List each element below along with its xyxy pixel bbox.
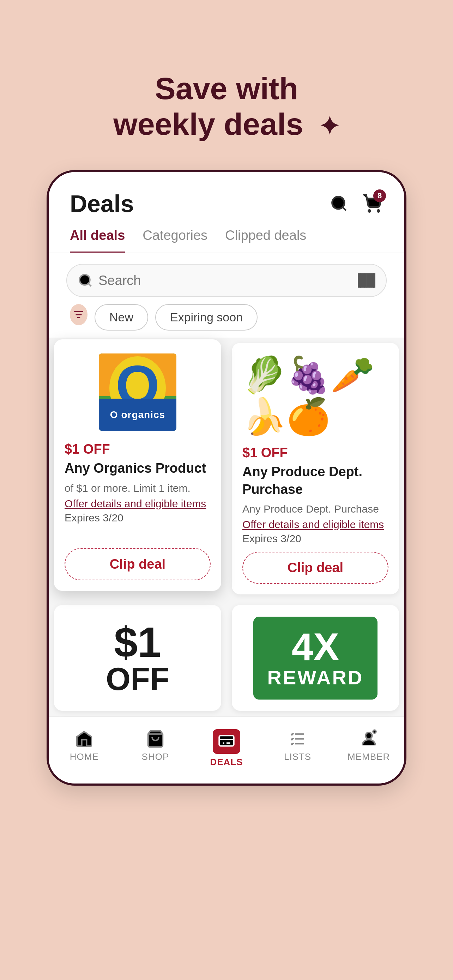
svg-rect-8: [363, 274, 364, 288]
deal-link-produce[interactable]: Offer details and eligible items: [242, 519, 388, 531]
phone-frame: Deals 8 All deals Categori: [46, 170, 407, 786]
deal-discount-produce: $1 OFF: [242, 445, 388, 460]
tab-clipped-deals[interactable]: Clipped deals: [225, 228, 306, 253]
svg-point-2: [368, 210, 370, 212]
nav-lists[interactable]: LISTS: [262, 724, 334, 773]
organics-image: O O organics: [65, 350, 211, 434]
nav-lists-label: LISTS: [284, 751, 311, 762]
home-icon: [75, 729, 94, 749]
cart-badge: 8: [373, 189, 386, 202]
clip-deal-produce-button[interactable]: Clip deal: [242, 552, 388, 584]
deal-desc-produce: Any Produce Dept. Purchase: [242, 502, 388, 517]
lists-icon: [288, 729, 307, 749]
svg-point-3: [377, 210, 379, 212]
deal-card-produce: 🥬🍇🥕🍌🍊 $1 OFF Any Produce Dept. Purchase …: [232, 343, 399, 594]
hero-title-wrap: Save with weekly deals ✦: [113, 35, 340, 142]
deal-expires-organics: Expires 3/20: [65, 512, 211, 524]
clip-deal-organics-button[interactable]: Clip deal: [65, 548, 211, 580]
svg-rect-13: [374, 274, 375, 288]
filter-icon-chip[interactable]: [70, 304, 87, 325]
organics-logo: O O organics: [99, 353, 176, 431]
search-bar[interactable]: [66, 264, 387, 297]
deal-expires-produce: Expires 3/20: [242, 533, 388, 545]
hero-title-line2: weekly deals ✦: [113, 107, 340, 142]
deal-name-produce: Any Produce Dept. Purchase: [242, 463, 388, 498]
search-icon: [78, 273, 93, 288]
dollar-off-amount: $1: [114, 619, 161, 666]
shop-icon: [146, 729, 165, 749]
organics-brand-label: O organics: [110, 409, 165, 420]
hero-title: Save with weekly deals ✦: [113, 70, 340, 142]
nav-home[interactable]: HOME: [49, 724, 120, 773]
tab-all-deals[interactable]: All deals: [70, 228, 125, 253]
nav-deals-label: DEALS: [210, 757, 243, 768]
dollar-off-label: OFF: [106, 662, 169, 697]
bottom-nav: HOME SHOP DEALS: [49, 716, 404, 784]
chip-expiring-soon[interactable]: Expiring soon: [155, 304, 257, 331]
deal-discount-organics: $1 OFF: [65, 442, 211, 457]
member-icon: [359, 729, 378, 749]
svg-line-5: [89, 284, 91, 286]
deals-grid: O O organics $1 OFF Any Organics Product…: [49, 337, 404, 716]
nav-shop[interactable]: SHOP: [120, 724, 191, 773]
nav-member-label: MEMBER: [348, 751, 390, 762]
svg-rect-9: [365, 274, 366, 288]
filter-chips: New Expiring soon: [49, 304, 404, 337]
deal-card-dollar-off: $1 OFF: [54, 605, 221, 711]
deals-icon: [218, 732, 235, 749]
svg-point-0: [332, 197, 345, 209]
deals-icon-active-bg: [213, 729, 240, 754]
nav-member[interactable]: MEMBER: [333, 724, 404, 773]
deal-card-organics: O O organics $1 OFF Any Organics Product…: [54, 339, 221, 591]
header-icons: 8: [329, 192, 383, 215]
dollar-off-display: $1 OFF: [106, 621, 169, 695]
svg-rect-7: [361, 274, 361, 288]
svg-rect-11: [370, 274, 370, 288]
app-header: Deals 8: [49, 172, 404, 221]
hero-title-line1: Save with: [155, 71, 298, 106]
svg-rect-18: [219, 736, 234, 746]
sparkle-icon: ✦: [319, 113, 340, 140]
reward-card: 4X REWARD: [253, 617, 378, 700]
deal-desc-organics: of $1 or more. Limit 1 item.: [65, 481, 211, 496]
produce-image: 🥬🍇🥕🍌🍊: [242, 353, 388, 438]
barcode-icon[interactable]: [358, 272, 375, 289]
hero-section: Save with weekly deals ✦: [113, 35, 340, 142]
search-input[interactable]: [99, 273, 358, 288]
header-search-button[interactable]: [329, 193, 350, 214]
nav-deals[interactable]: DEALS: [191, 724, 262, 773]
tab-categories[interactable]: Categories: [143, 228, 207, 253]
svg-point-26: [373, 730, 376, 733]
deal-link-organics[interactable]: Offer details and eligible items: [65, 498, 211, 510]
nav-home-label: HOME: [70, 751, 99, 762]
produce-emoji: 🥬🍇🥕🍌🍊: [242, 353, 388, 438]
organics-text-bar: O organics: [99, 399, 176, 431]
nav-shop-label: SHOP: [142, 751, 169, 762]
cart-button[interactable]: 8: [360, 192, 383, 215]
deal-card-reward: 4X REWARD: [232, 605, 399, 711]
chip-new[interactable]: New: [95, 304, 148, 331]
app-title: Deals: [70, 190, 134, 217]
svg-rect-6: [358, 274, 360, 288]
tabs-bar: All deals Categories Clipped deals: [49, 221, 404, 253]
svg-line-1: [343, 207, 346, 210]
svg-point-4: [80, 275, 90, 285]
reward-multiplier: 4X: [267, 627, 364, 666]
svg-rect-10: [367, 274, 369, 288]
svg-rect-12: [372, 274, 373, 288]
svg-point-25: [366, 732, 372, 739]
deal-name-organics: Any Organics Product: [65, 460, 211, 477]
reward-label: REWARD: [267, 666, 364, 689]
